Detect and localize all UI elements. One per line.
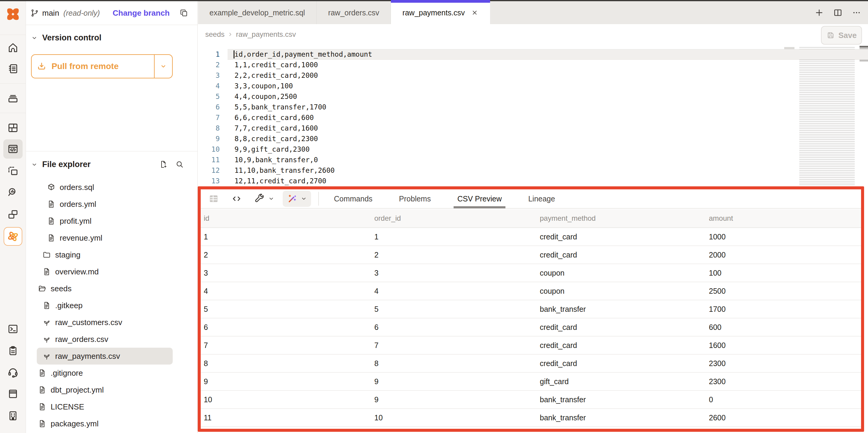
chevron-down-icon[interactable] [31,34,38,41]
activity-bar-item[interactable] [4,385,22,402]
csv-table-row[interactable]: 8 8 credit_card 2300 [201,355,861,373]
csv-table-row[interactable]: 2 2 credit_card 2000 [201,246,861,264]
editor-line[interactable]: 4 3,3,coupon,100 [198,81,868,91]
panel-toolbar-button[interactable] [227,191,246,207]
close-icon[interactable] [471,9,478,17]
file-explorer-item[interactable]: orders.yml [37,196,173,212]
editor-action-button[interactable] [814,8,824,18]
editor-line[interactable]: 1 id,order_id,payment_method,amount [198,49,868,60]
editor-line[interactable]: 13 12,11,credit_card,2700 [198,176,868,186]
activity-bar-item[interactable] [4,227,22,246]
csv-column-header[interactable]: order_id [374,214,540,223]
activity-bar-item[interactable] [4,163,22,180]
editor-line[interactable]: 9 8,8,credit_card,2300 [198,134,868,144]
file-explorer-item[interactable]: .gitkeep [37,297,173,314]
editor-action-button[interactable] [852,8,861,18]
chevron-down-icon[interactable] [300,195,307,202]
cell-order-id: 10 [374,413,540,422]
editor-line[interactable]: 7 6,6,credit_card,600 [198,113,868,123]
editor-tab[interactable]: raw_payments.csv [391,1,490,24]
line-text: 12,11,credit_card,2700 [235,176,327,186]
cell-id: 6 [204,323,374,332]
csv-table-row[interactable]: 1 1 credit_card 1000 [201,228,861,246]
save-label: Save [838,31,857,40]
editor-line[interactable]: 8 7,7,credit_card,1600 [198,123,868,134]
file-explorer-item[interactable]: .gitignore [37,365,173,381]
activity-bar-item[interactable] [4,39,22,56]
activity-bar-item[interactable] [4,90,22,107]
activity-bar-item[interactable] [4,60,22,77]
save-button[interactable]: Save [821,26,862,45]
file-explorer-item[interactable]: staging [37,247,173,263]
csv-table-row[interactable]: 5 5 bank_transfer 1700 [201,300,861,318]
editor-line[interactable]: 10 9,9,gift_card,2300 [198,144,868,155]
file-explorer-item[interactable]: orders.sql [37,179,173,196]
chevron-right-icon [227,31,234,38]
activity-bar-item[interactable] [4,206,22,223]
file-explorer-item[interactable]: raw_customers.csv [37,314,173,331]
csv-table-row[interactable]: 6 6 credit_card 600 [201,318,861,337]
csv-table-row[interactable]: 9 9 gift_card 2300 [201,373,861,391]
file-explorer-item[interactable]: seeds [37,280,173,297]
panel-tab[interactable]: CSV Preview [457,189,501,208]
panel-tab[interactable]: Problems [399,189,431,208]
activity-bar-item[interactable] [4,364,22,380]
activity-bar [0,0,26,433]
panel-tab-label: Lineage [528,195,555,203]
file-explorer-item[interactable]: raw_orders.csv [37,331,173,348]
file-explorer-item[interactable]: dbt_project.yml [37,381,173,398]
pull-from-remote-button[interactable]: Pull from remote [31,54,173,78]
editor-line[interactable]: 6 5,5,bank_transfer,1700 [198,102,868,113]
pull-options-dropdown[interactable] [154,55,172,78]
csv-table-row[interactable]: 3 3 coupon 100 [201,264,861,282]
activity-bar-item[interactable] [4,184,22,201]
panel-toolbar-button[interactable] [283,191,311,207]
csv-table-row[interactable]: 4 4 coupon 2500 [201,282,861,300]
panel-toolbar-button[interactable] [204,191,223,207]
activity-bar-item[interactable] [4,342,22,359]
breadcrumb-file[interactable]: raw_payments.csv [236,30,296,38]
csv-table-row[interactable]: 7 7 credit_card 1600 [201,337,861,355]
chevron-down-icon[interactable] [268,195,275,202]
tab-label: example_develop_metric.sql [210,8,305,17]
doc-icon [38,402,47,411]
editor-line[interactable]: 12 11,10,bank_transfer,2600 [198,165,868,176]
activity-bar-item[interactable] [4,320,22,338]
editor-tab[interactable]: raw_orders.csv [317,1,391,24]
panel-tab[interactable]: Lineage [528,189,555,208]
dbt-logo-icon[interactable] [6,7,20,22]
file-explorer-item[interactable]: LICENSE [37,398,173,415]
line-text: 2,2,credit_card,2000 [235,70,318,81]
version-control-section-header[interactable]: Version control [31,33,101,42]
panel-tab[interactable]: Commands [334,189,373,208]
code-editor[interactable]: 1 id,order_id,payment_method,amount 2 1,… [198,45,868,186]
file-explorer-item[interactable]: overview.md [37,263,173,280]
activity-bar-item[interactable] [3,139,23,158]
editor-line[interactable]: 3 2,2,credit_card,2000 [198,70,868,81]
activity-bar-item[interactable] [4,119,22,136]
editor-tab[interactable]: example_develop_metric.sql [198,1,317,24]
editor-action-button[interactable] [833,8,843,18]
cell-id: 3 [204,269,374,278]
file-explorer-item[interactable]: revenue.yml [37,229,173,247]
activity-bar-item[interactable] [4,407,22,424]
editor-line[interactable]: 11 10,9,bank_transfer,0 [198,155,868,165]
editor-line[interactable]: 2 1,1,credit_card,1000 [198,60,868,70]
file-explorer-item[interactable]: raw_payments.csv [37,348,173,365]
new-file-icon[interactable] [159,160,168,169]
file-explorer-item[interactable]: profit.yml [37,212,173,229]
pull-from-remote-main[interactable]: Pull from remote [32,61,154,71]
csv-table-row[interactable]: 11 10 bank_transfer 2600 [201,409,861,427]
panel-toolbar-button[interactable] [250,191,278,207]
file-explorer-item[interactable]: packages.yml [37,415,173,432]
copy-branch-button[interactable] [179,8,188,18]
search-icon[interactable] [175,160,184,169]
chevron-down-icon[interactable] [31,161,38,168]
csv-column-header[interactable]: payment_method [540,214,709,223]
editor-line[interactable]: 5 4,4,coupon,2500 [198,91,868,102]
csv-column-header[interactable]: id [204,214,374,223]
breadcrumb-folder[interactable]: seeds [205,30,224,38]
csv-column-header[interactable]: amount [709,214,861,223]
csv-table-row[interactable]: 10 9 bank_transfer 0 [201,391,861,409]
change-branch-link[interactable]: Change branch [113,8,170,18]
